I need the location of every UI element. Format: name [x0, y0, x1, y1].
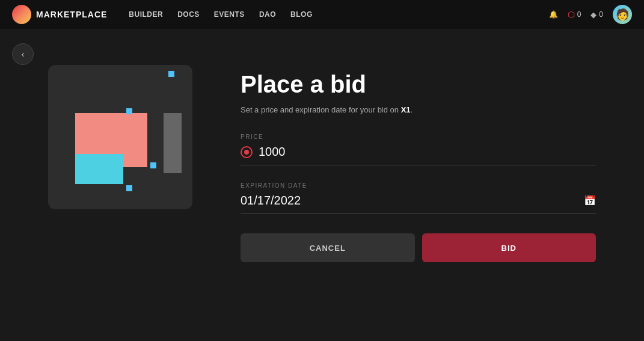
token-count[interactable]: ⬡ 0	[568, 10, 581, 19]
logo: MARKETPLACE	[12, 5, 107, 24]
token-icon: ⬡	[568, 10, 575, 19]
price-input[interactable]	[259, 145, 411, 159]
accent-dot-2	[150, 162, 156, 168]
logo-icon	[12, 5, 31, 24]
main-content: Place a bid Set a price and expiration d…	[0, 29, 644, 341]
accent-dot-4	[168, 71, 174, 77]
expiration-label: EXPIRATION DATE	[241, 182, 596, 189]
cyan-block	[75, 154, 123, 184]
calendar-icon[interactable]: 📅	[584, 195, 596, 206]
price-field	[241, 145, 596, 165]
user-avatar[interactable]: 🧑	[613, 5, 632, 24]
token-value: 0	[577, 10, 581, 19]
nav-dao[interactable]: DAO	[259, 10, 276, 19]
brand-name: MARKETPLACE	[36, 10, 107, 19]
nav-docs[interactable]: DOCS	[177, 10, 200, 19]
pixel-art-preview	[48, 65, 192, 209]
bell-icon: 🔔	[549, 10, 558, 19]
accent-dot-3	[126, 185, 132, 191]
bid-button[interactable]: BID	[422, 233, 596, 262]
bid-subtitle: Set a price and expiration date for your…	[241, 105, 596, 114]
diamond-icon: ◆	[590, 10, 596, 19]
nav-links: BUILDER DOCS EVENTS DAO BLOG	[129, 10, 312, 19]
price-label: PRICE	[241, 134, 596, 140]
navbar-right: 🔔 ⬡ 0 ◆ 0 🧑	[549, 5, 632, 24]
bid-item-name: X1	[401, 105, 411, 114]
back-button[interactable]: ‹	[12, 43, 34, 65]
price-section: PRICE	[241, 134, 596, 165]
nav-blog[interactable]: BLOG	[290, 10, 313, 19]
accent-dot-1	[126, 108, 132, 114]
diamond-value: 0	[599, 10, 603, 19]
bid-title: Place a bid	[241, 71, 596, 98]
navbar: MARKETPLACE BUILDER DOCS EVENTS DAO BLOG…	[0, 0, 644, 29]
cancel-button[interactable]: CANCEL	[241, 233, 415, 262]
mana-icon	[241, 146, 253, 158]
expiration-section: EXPIRATION DATE 📅	[241, 182, 596, 214]
diamond-count[interactable]: ◆ 0	[590, 10, 603, 19]
notification-bell[interactable]: 🔔	[549, 10, 558, 19]
back-icon: ‹	[22, 49, 25, 59]
expiration-input[interactable]	[241, 194, 584, 207]
action-buttons: CANCEL BID	[241, 233, 596, 262]
nav-events[interactable]: EVENTS	[214, 10, 245, 19]
date-field: 📅	[241, 194, 596, 214]
bid-form: Place a bid Set a price and expiration d…	[241, 65, 596, 262]
gray-side-panel	[164, 113, 182, 173]
nav-builder[interactable]: BUILDER	[129, 10, 163, 19]
